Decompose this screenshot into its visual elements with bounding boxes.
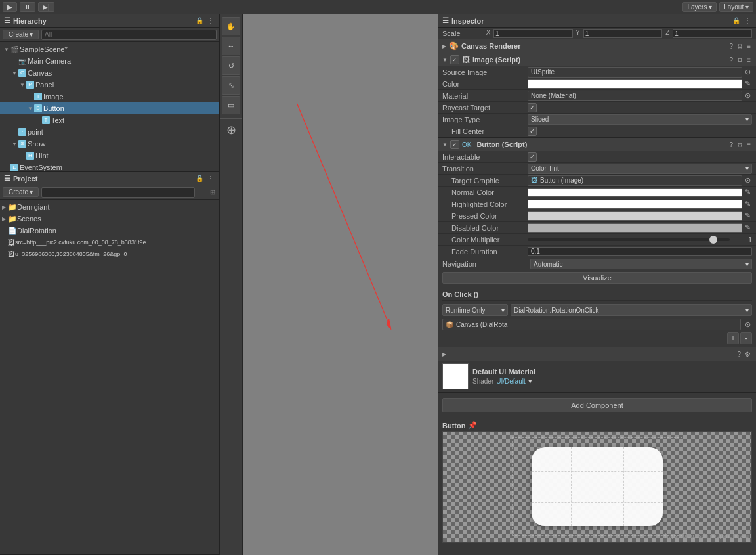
- hand-tool-btn[interactable]: ✋: [222, 17, 240, 35]
- scale-z-field[interactable]: 1: [673, 29, 752, 38]
- tree-item-button[interactable]: ▼ B Button: [0, 102, 219, 114]
- highlighted-color-edit-btn[interactable]: ✎: [744, 200, 752, 208]
- pressed-color-edit-btn[interactable]: ✎: [744, 211, 752, 220]
- button-script-help-btn[interactable]: ?: [728, 141, 735, 148]
- onclick-add-btn[interactable]: +: [727, 332, 739, 344]
- onclick-function-dropdown[interactable]: DialRotation.RotationOnClick ▾: [511, 304, 752, 316]
- image-script-section: ▼ ✓ 🖼 Image (Script) ? ⚙ ≡ Source Image: [438, 53, 756, 138]
- image-script-header[interactable]: ▼ ✓ 🖼 Image (Script) ? ⚙ ≡: [438, 53, 756, 66]
- tree-item-panel[interactable]: ▼ P Panel: [0, 79, 219, 91]
- tree-item-image[interactable]: I Image: [0, 91, 219, 102]
- tree-item-hint[interactable]: H Hint: [0, 150, 219, 162]
- fill-center-checkbox[interactable]: [528, 127, 537, 136]
- button-script-header[interactable]: ▼ ✓ OK Button (Script) ? ⚙ ≡: [438, 138, 756, 151]
- hierarchy-create-btn[interactable]: Create ▾: [3, 30, 39, 39]
- rect-tool-btn[interactable]: ▭: [222, 96, 240, 114]
- normal-color-field[interactable]: [528, 188, 742, 197]
- onclick-object-ref[interactable]: 📦 Canvas (DialRota: [442, 319, 741, 330]
- project-lock-btn[interactable]: 🔒: [194, 175, 205, 182]
- step-button[interactable]: ▶|: [38, 2, 54, 12]
- tree-item-canvas[interactable]: ▼ C Canvas: [0, 67, 219, 79]
- pause-button[interactable]: ⏸: [20, 2, 35, 12]
- image-script-help-btn[interactable]: ?: [728, 56, 735, 64]
- material-gear-btn[interactable]: ⚙: [744, 351, 752, 358]
- onclick-target-btn[interactable]: ⊙: [744, 321, 752, 329]
- inspector-title-label: Inspector: [452, 17, 484, 25]
- source-image-target-btn[interactable]: ⊙: [744, 68, 752, 76]
- fade-duration-field[interactable]: 0.1: [528, 247, 752, 256]
- onclick-runtime-dropdown[interactable]: Runtime Only ▾: [442, 304, 508, 316]
- scale-y-field[interactable]: 1: [583, 29, 663, 38]
- canvas-renderer-help-btn[interactable]: ?: [728, 43, 735, 50]
- material-shader-value[interactable]: UI/Default: [496, 378, 525, 385]
- hierarchy-search-input[interactable]: [41, 30, 217, 40]
- tree-item-samplescene[interactable]: ▼ 🎬 SampleScene*: [0, 43, 219, 55]
- layout-button[interactable]: Layers ▾: [682, 2, 717, 12]
- inspector-menu-btn[interactable]: ⋮: [743, 17, 752, 24]
- onclick-remove-btn[interactable]: -: [740, 332, 752, 344]
- image-type-dropdown[interactable]: Sliced ▾: [528, 114, 752, 125]
- inspector-lock-btn[interactable]: 🔒: [731, 17, 742, 24]
- tree-item-show[interactable]: ▼ S Show: [0, 138, 219, 150]
- project-create-btn[interactable]: Create ▾: [3, 187, 39, 197]
- project-item-img1[interactable]: 🖼 src=http___pic2.cxtuku.com_00_08_78_b3…: [0, 236, 219, 248]
- color-multiplier-thumb[interactable]: [709, 236, 717, 244]
- source-image-field[interactable]: UISprite: [528, 67, 742, 78]
- target-graphic-target-btn[interactable]: ⊙: [744, 176, 752, 185]
- target-graphic-row: Target Graphic 🖼 Button (Image) ⊙: [438, 175, 756, 187]
- pressed-color-field[interactable]: [528, 211, 742, 221]
- tree-item-text[interactable]: T Text: [0, 114, 219, 126]
- project-menu-btn[interactable]: ⋮: [206, 175, 215, 182]
- material-component-header[interactable]: ▶ ? ⚙: [438, 347, 756, 361]
- disabled-color-edit-btn[interactable]: ✎: [744, 223, 752, 232]
- project-item-dialrotation[interactable]: 📄 DialRotation: [0, 225, 219, 236]
- project-item-img2[interactable]: 🖼 u=3256986380,3523884835&fm=26&gp=0: [0, 248, 219, 260]
- interactable-checkbox[interactable]: [528, 152, 537, 162]
- add-component-btn[interactable]: Add Component: [442, 398, 752, 412]
- gizmos-icon: ⊕: [226, 123, 236, 137]
- image-color-edit-btn[interactable]: ✎: [744, 79, 752, 88]
- image-color-field[interactable]: [528, 79, 742, 89]
- create-label: Create: [9, 31, 28, 38]
- canvas-renderer-gear-btn[interactable]: ≡: [746, 43, 752, 50]
- hierarchy-lock-btn[interactable]: 🔒: [194, 17, 205, 24]
- material-target-btn[interactable]: ⊙: [744, 91, 752, 100]
- canvas-renderer-header[interactable]: ▶ 🎨 Canvas Renderer ? ⚙ ≡: [438, 39, 756, 53]
- tree-label-eventsystem: EventSystem: [20, 164, 62, 171]
- target-graphic-value: 🖼 Button (Image) ⊙: [528, 175, 752, 186]
- disabled-color-field[interactable]: [528, 223, 742, 233]
- raycast-target-checkbox[interactable]: [528, 103, 537, 112]
- color-multiplier-slider[interactable]: [528, 238, 730, 241]
- image-script-toggle[interactable]: ✓: [450, 55, 459, 64]
- button-script-gear-btn[interactable]: ≡: [746, 141, 752, 148]
- tree-item-main-camera[interactable]: 📷 Main Camera: [0, 55, 219, 67]
- transition-dropdown[interactable]: Color Tint ▾: [528, 164, 752, 174]
- target-graphic-field[interactable]: 🖼 Button (Image): [528, 175, 742, 186]
- project-item-demigiant[interactable]: ▶ 📁 Demigiant: [0, 201, 219, 213]
- image-script-settings-btn[interactable]: ⚙: [736, 56, 744, 64]
- move-tool-btn[interactable]: ↔: [222, 37, 240, 55]
- highlighted-color-field[interactable]: [528, 200, 742, 209]
- project-item-scenes[interactable]: ▶ 📁 Scenes: [0, 213, 219, 225]
- scale-x-field[interactable]: 1: [494, 29, 573, 38]
- project-filter-btn[interactable]: ☰: [198, 189, 206, 196]
- canvas-renderer-settings-btn[interactable]: ⚙: [736, 43, 744, 50]
- project-search-input[interactable]: [41, 187, 195, 198]
- visualize-btn[interactable]: Visualize: [442, 272, 752, 284]
- account-button[interactable]: Layout ▾: [719, 2, 753, 12]
- play-button[interactable]: ▶: [3, 2, 17, 12]
- rotate-tool-btn[interactable]: ↺: [222, 56, 240, 75]
- image-script-gear-btn[interactable]: ≡: [746, 56, 752, 64]
- normal-color-edit-btn[interactable]: ✎: [744, 188, 752, 196]
- button-script-settings-btn[interactable]: ⚙: [736, 141, 744, 148]
- scale-tool-btn[interactable]: ⤡: [222, 76, 240, 95]
- material-help-btn[interactable]: ?: [736, 351, 742, 358]
- tree-item-point[interactable]: · point: [0, 126, 219, 138]
- navigation-dropdown[interactable]: Automatic ▾: [530, 259, 752, 269]
- button-script-toggle[interactable]: ✓: [450, 140, 459, 149]
- folder-icon-demigiant: 📁: [8, 203, 17, 211]
- project-cols-btn[interactable]: ⊞: [209, 189, 217, 196]
- hierarchy-menu-btn[interactable]: ⋮: [206, 17, 215, 24]
- material-field[interactable]: None (Material): [528, 91, 742, 101]
- scene-tools-panel: ✋ ↔ ↺ ⤡ ▭ ⊕: [220, 14, 243, 555]
